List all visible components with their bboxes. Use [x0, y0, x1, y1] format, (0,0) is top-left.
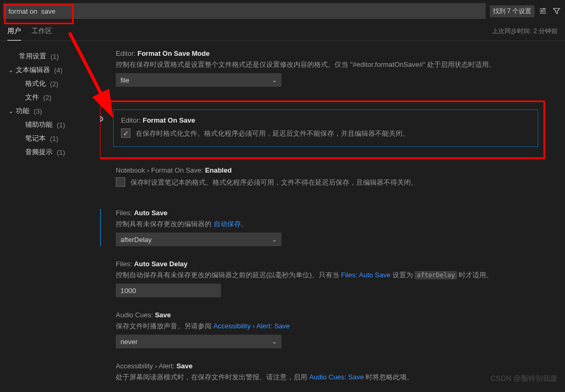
settings-list-icon[interactable]	[538, 6, 548, 16]
notebook-format-on-save-checkbox[interactable]	[116, 177, 125, 187]
setting-accessibility-alert-save: Accessibility › Alert: Save 处于屏幕阅读器模式时，在…	[100, 362, 554, 383]
gear-icon[interactable]: ⚙	[100, 115, 104, 123]
found-count-label: 找到 7 个设置	[490, 5, 534, 17]
filter-icon[interactable]	[551, 6, 562, 16]
tree-accessibility[interactable]: 辅助功能(1)	[4, 118, 96, 132]
tree-common[interactable]: 常用设置(1)	[4, 49, 96, 63]
chevron-down-icon: ⌄	[8, 67, 14, 74]
format-on-save-checkbox[interactable]	[121, 128, 130, 138]
setting-format-on-save-mode: Editor: Format On Save Mode 控制在保存时设置格式是设…	[100, 49, 554, 87]
tab-user[interactable]: 用户	[7, 22, 21, 41]
setting-audio-cues-save: Audio Cues: Save 保存文件时播放声音。另请参阅 Accessib…	[100, 311, 554, 348]
audio-cues-save-link[interactable]: Audio Cues: Save	[309, 373, 364, 381]
format-on-save-mode-select[interactable]: file⌄	[116, 73, 281, 87]
chevron-down-icon: ⌄	[272, 338, 277, 345]
setting-format-on-save-highlighted: ⚙ Editor: Format On Save 在保存时格式化文件。格式化程序…	[100, 100, 545, 159]
settings-tree: 常用设置(1) ⌄文本编辑器(4) 格式化(2) 文件(2) ⌄功能(3) 辅助…	[0, 41, 100, 392]
last-sync-label: 上次同步时间: 2 分钟前	[492, 27, 558, 36]
tree-audio-cues[interactable]: 音频提示(1)	[4, 145, 96, 159]
tree-features[interactable]: ⌄功能(3)	[4, 104, 96, 118]
tree-text-editor[interactable]: ⌄文本编辑器(4)	[4, 63, 96, 77]
auto-save-delay-input[interactable]	[116, 284, 221, 297]
chevron-down-icon: ⌄	[272, 236, 277, 243]
modified-indicator	[100, 209, 101, 246]
files-auto-save-link[interactable]: Files: Auto Save	[341, 271, 390, 279]
tree-files[interactable]: 文件(2)	[4, 91, 96, 104]
setting-auto-save-delay: Files: Auto Save Delay 控制自动保存具有未保存更改的编辑器…	[100, 260, 554, 297]
auto-save-select[interactable]: afterDelay⌄	[116, 233, 281, 246]
setting-auto-save: Files: Auto Save 控制具有未保存更改的编辑器的 自动保存。 af…	[100, 209, 554, 246]
accessibility-alert-link[interactable]: Accessibility › Alert: Save	[214, 322, 290, 330]
chevron-down-icon: ⌄	[8, 108, 14, 115]
settings-search-input[interactable]	[3, 3, 486, 19]
auto-save-link[interactable]: 自动保存	[214, 220, 241, 228]
tree-formatting[interactable]: 格式化(2)	[4, 77, 96, 91]
tree-notebook[interactable]: 笔记本(1)	[4, 132, 96, 145]
audio-cues-save-select[interactable]: never⌄	[116, 335, 281, 348]
chevron-down-icon: ⌄	[272, 77, 277, 84]
setting-notebook-format-on-save: Notebook › Format On Save: Enabled 保存时设置…	[100, 166, 554, 188]
tab-workspace[interactable]: 工作区	[32, 22, 52, 41]
